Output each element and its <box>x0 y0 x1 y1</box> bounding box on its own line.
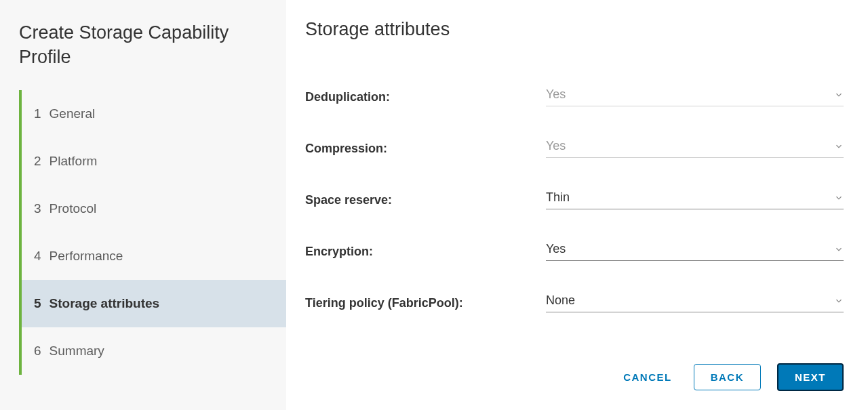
encryption-select[interactable]: Yes <box>546 242 844 261</box>
step-protocol[interactable]: 3 Protocol <box>22 185 286 232</box>
compression-label: Compression: <box>305 142 546 156</box>
form: Deduplication: Yes Compression: Yes Spac… <box>305 87 844 363</box>
chevron-down-icon <box>834 90 844 100</box>
step-num: 5 <box>34 296 41 311</box>
select-value: Yes <box>546 242 566 256</box>
wizard-footer: CANCEL BACK NEXT <box>305 363 844 410</box>
tiering-label: Tiering policy (FabricPool): <box>305 296 546 310</box>
form-row-encryption: Encryption: Yes <box>305 242 844 261</box>
step-num: 2 <box>34 154 41 169</box>
next-button[interactable]: NEXT <box>777 363 844 391</box>
step-label: General <box>50 106 96 121</box>
chevron-down-icon <box>834 245 844 254</box>
main-panel: Storage attributes Deduplication: Yes Co… <box>286 0 868 410</box>
step-label: Protocol <box>50 201 97 216</box>
wizard-sidebar: Create Storage Capability Profile 1 Gene… <box>0 0 286 410</box>
deduplication-select[interactable]: Yes <box>546 87 844 106</box>
step-summary[interactable]: 6 Summary <box>22 327 286 375</box>
step-num: 6 <box>34 344 41 358</box>
select-value: Yes <box>546 139 566 153</box>
step-storage-attributes[interactable]: 5 Storage attributes <box>22 280 286 327</box>
compression-select[interactable]: Yes <box>546 139 844 158</box>
chevron-down-icon <box>834 142 844 151</box>
step-performance[interactable]: 4 Performance <box>22 232 286 280</box>
chevron-down-icon <box>834 296 844 306</box>
back-button[interactable]: BACK <box>694 364 761 390</box>
step-label: Platform <box>50 154 98 169</box>
step-num: 3 <box>34 201 41 216</box>
form-row-tiering: Tiering policy (FabricPool): None <box>305 293 844 312</box>
space-reserve-select[interactable]: Thin <box>546 190 844 209</box>
deduplication-label: Deduplication: <box>305 90 546 104</box>
form-row-space-reserve: Space reserve: Thin <box>305 190 844 209</box>
form-row-compression: Compression: Yes <box>305 139 844 158</box>
page-title: Storage attributes <box>305 19 844 40</box>
step-label: Storage attributes <box>50 296 160 311</box>
cancel-button[interactable]: CANCEL <box>618 371 677 383</box>
step-platform[interactable]: 2 Platform <box>22 138 286 185</box>
tiering-select[interactable]: None <box>546 293 844 312</box>
step-num: 1 <box>34 106 41 121</box>
form-row-deduplication: Deduplication: Yes <box>305 87 844 106</box>
select-value: Yes <box>546 87 566 102</box>
wizard-steps: 1 General 2 Platform 3 Protocol 4 Perfor… <box>19 90 286 375</box>
step-general[interactable]: 1 General <box>22 90 286 138</box>
step-num: 4 <box>34 249 41 264</box>
step-label: Performance <box>50 249 123 264</box>
step-label: Summary <box>50 344 104 358</box>
space-reserve-label: Space reserve: <box>305 193 546 207</box>
select-value: None <box>546 293 575 308</box>
chevron-down-icon <box>834 193 844 203</box>
select-value: Thin <box>546 190 570 205</box>
wizard-title: Create Storage Capability Profile <box>0 20 286 90</box>
encryption-label: Encryption: <box>305 245 546 259</box>
